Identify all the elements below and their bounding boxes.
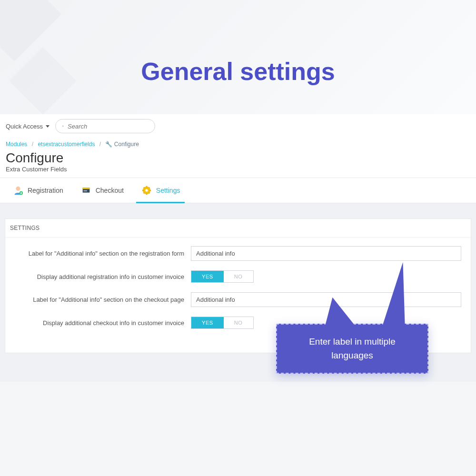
tab-checkout-label: Checkout xyxy=(96,187,124,194)
toggle-yes[interactable]: YES xyxy=(191,317,224,328)
callout-arrow-icon xyxy=(316,294,356,334)
tabs: Registration Checkout Settings xyxy=(0,178,476,203)
topbar: Quick Access xyxy=(0,114,476,138)
chevron-down-icon xyxy=(46,125,50,128)
breadcrumb-modules[interactable]: Modules xyxy=(6,141,27,148)
toggle-no[interactable]: NO xyxy=(224,317,253,328)
tab-checkout[interactable]: Checkout xyxy=(72,178,132,203)
svg-rect-5 xyxy=(82,188,89,189)
svg-point-8 xyxy=(145,189,148,192)
breadcrumb-module-name[interactable]: etsextracustomerfields xyxy=(38,141,95,148)
svg-point-2 xyxy=(16,187,20,191)
panel-title: SETTINGS xyxy=(5,219,471,238)
search-wrap xyxy=(55,119,155,133)
svg-line-1 xyxy=(63,126,64,127)
form-row-reg-label: Label for "Additional info" section on t… xyxy=(15,246,461,261)
search-icon xyxy=(62,123,64,129)
tab-registration-label: Registration xyxy=(28,187,63,194)
toggle-no[interactable]: NO xyxy=(224,271,253,282)
tab-settings[interactable]: Settings xyxy=(132,178,189,203)
cart-icon xyxy=(80,185,92,196)
page-title: Configure xyxy=(6,151,470,165)
search-input[interactable] xyxy=(68,123,148,130)
reg-invoice-toggle[interactable]: YES NO xyxy=(191,270,254,283)
reg-label-text: Label for "Additional info" section on t… xyxy=(15,250,191,257)
toggle-yes[interactable]: YES xyxy=(191,271,224,282)
page-header: Configure Extra Customer Fields xyxy=(0,150,476,178)
page-subtitle: Extra Customer Fields xyxy=(6,166,470,173)
reg-invoice-label: Display additional registration info in … xyxy=(15,273,191,280)
quick-access-label: Quick Access xyxy=(6,123,43,130)
svg-rect-6 xyxy=(83,190,87,191)
reg-label-input[interactable] xyxy=(191,246,461,261)
checkout-invoice-label: Display additional checkout info in cust… xyxy=(15,319,191,327)
wrench-icon: 🔧 xyxy=(105,141,112,148)
checkout-label-text: Label for "Additional info" section on t… xyxy=(15,296,191,303)
breadcrumb: Modules / etsextracustomerfields / 🔧 Con… xyxy=(0,138,476,150)
user-icon xyxy=(12,185,24,196)
quick-access-dropdown[interactable]: Quick Access xyxy=(6,123,50,130)
breadcrumb-configure: Configure xyxy=(114,141,139,148)
gear-icon xyxy=(141,185,152,196)
checkout-invoice-toggle[interactable]: YES NO xyxy=(191,317,254,329)
tab-settings-label: Settings xyxy=(156,187,180,194)
hero-title: General settings xyxy=(0,0,476,114)
tab-registration[interactable]: Registration xyxy=(4,178,72,203)
annotation-callout: Enter label in multiple languages xyxy=(276,324,428,374)
svg-point-0 xyxy=(62,126,63,127)
